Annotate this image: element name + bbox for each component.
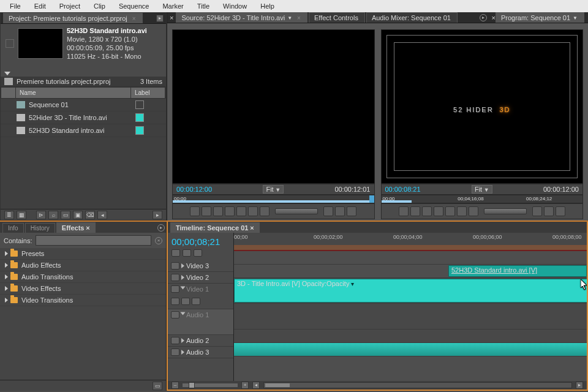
- shuttle-slider[interactable]: [484, 208, 527, 214]
- track-a1[interactable]: [234, 304, 587, 330]
- track-header-a3[interactable]: Audio 3: [168, 347, 233, 358]
- list-item[interactable]: 52Hider 3D - Title Intro.avi: [1, 111, 166, 124]
- panel-menu-icon[interactable]: ▸: [480, 14, 487, 21]
- label-swatch[interactable]: [135, 126, 144, 135]
- tab-effect-controls[interactable]: Effect Controls: [309, 12, 365, 23]
- playhead-icon[interactable]: [369, 195, 374, 203]
- label-swatch[interactable]: [135, 100, 144, 109]
- new-bin-icon[interactable]: ▭: [153, 382, 162, 390]
- toggle-track-icon[interactable]: [171, 285, 179, 293]
- tab-source[interactable]: Source: 52Hider 3D - Title Intro.avi▼×: [176, 12, 307, 23]
- goto-in-icon[interactable]: [422, 206, 432, 216]
- menu-help[interactable]: Help: [254, 1, 281, 11]
- disclosure-icon[interactable]: [181, 312, 186, 315]
- disclosure-icon[interactable]: [181, 263, 184, 268]
- goto-out-icon[interactable]: [260, 206, 270, 216]
- effects-category[interactable]: Audio Transitions: [0, 271, 166, 283]
- menu-title[interactable]: Title: [191, 1, 216, 11]
- program-ruler[interactable]: 00;00 00;04;16;08 00;08;24;12: [381, 195, 584, 203]
- step-back-icon[interactable]: [434, 206, 443, 216]
- goto-out-icon[interactable]: [469, 206, 478, 216]
- track-header-v2[interactable]: Video 2: [168, 272, 233, 284]
- source-timecode-current[interactable]: 00:00:12:00: [176, 186, 212, 193]
- toggle-track-icon[interactable]: [171, 337, 179, 344]
- menu-marker[interactable]: Marker: [156, 1, 189, 11]
- zoom-in-icon[interactable]: +: [241, 382, 249, 389]
- track-header-v1[interactable]: Video 1: [168, 284, 233, 309]
- zoom-slider[interactable]: [183, 383, 238, 387]
- track-v2[interactable]: 52H3D Standard intro.avi [V]: [234, 265, 587, 278]
- list-item[interactable]: 52H3D Standard intro.avi: [1, 124, 166, 137]
- marker-tool-icon[interactable]: [183, 249, 191, 257]
- panel-menu-icon[interactable]: ▸: [156, 15, 164, 22]
- disclosure-icon[interactable]: [181, 338, 184, 343]
- menu-edit[interactable]: Edit: [28, 1, 52, 11]
- col-label[interactable]: Label: [131, 88, 165, 98]
- source-canvas[interactable]: [172, 29, 375, 184]
- icon-view-icon[interactable]: ▦: [17, 211, 26, 219]
- menu-sequence[interactable]: Sequence: [113, 1, 156, 11]
- lift-icon[interactable]: [532, 206, 542, 216]
- col-name[interactable]: Name: [16, 88, 131, 98]
- horizontal-scrollbar[interactable]: [263, 382, 572, 388]
- export-frame-icon[interactable]: [556, 206, 565, 216]
- effects-search-input[interactable]: [36, 235, 151, 246]
- track-opt-icon[interactable]: [181, 298, 190, 305]
- tab-info[interactable]: Info: [2, 223, 24, 233]
- work-area-bar[interactable]: [234, 245, 587, 250]
- list-view-icon[interactable]: ≣: [4, 211, 14, 219]
- project-tab[interactable]: Project: Premiere tutorials project.prpr…: [3, 13, 143, 23]
- track-v1[interactable]: 3D - Title Intro.avi [V] Opacity:Opacity…: [234, 278, 587, 304]
- toggle-track-icon[interactable]: [171, 274, 179, 281]
- loop-icon[interactable]: [323, 206, 333, 216]
- tab-audio-mixer[interactable]: Audio Mixer: Sequence 01: [366, 12, 458, 23]
- timeline-timecode[interactable]: 00;00;08;21: [168, 233, 233, 248]
- track-header-a1[interactable]: Audio 1: [168, 309, 233, 335]
- program-canvas[interactable]: 52 HIDER 3D: [381, 29, 584, 184]
- effects-category[interactable]: Presets: [0, 248, 166, 260]
- label-swatch[interactable]: [135, 113, 144, 122]
- scroll-left-icon[interactable]: ◂: [252, 382, 260, 389]
- track-header-v3[interactable]: Video 3: [168, 260, 233, 272]
- keyframe-icon[interactable]: [171, 298, 179, 305]
- disclosure-icon[interactable]: [181, 350, 184, 355]
- tab-timeline[interactable]: Timeline: Sequence 01 ×: [170, 222, 260, 233]
- scroll-right-icon[interactable]: ▸: [576, 382, 583, 389]
- automate-icon[interactable]: ⊳: [36, 211, 46, 219]
- tab-program[interactable]: Program: Sequence 01▼: [496, 12, 584, 23]
- timeline-clip-audio[interactable]: [234, 343, 587, 356]
- find-icon[interactable]: ⌕: [48, 211, 58, 219]
- source-ruler[interactable]: 00:00: [172, 195, 375, 203]
- timeline-clip[interactable]: 52H3D Standard intro.avi [V]: [448, 265, 587, 277]
- menu-file[interactable]: File: [4, 1, 27, 11]
- menu-window[interactable]: Window: [217, 1, 253, 11]
- toggle-track-icon[interactable]: [171, 262, 179, 270]
- overwrite-icon[interactable]: [347, 206, 356, 216]
- track-a2[interactable]: [234, 330, 587, 343]
- program-timecode-current[interactable]: 00:00:08:21: [385, 186, 421, 193]
- close-icon[interactable]: ×: [170, 14, 173, 21]
- menu-project[interactable]: Project: [53, 1, 86, 11]
- goto-in-icon[interactable]: [213, 206, 223, 216]
- toggle-track-icon[interactable]: [171, 349, 179, 356]
- clear-search-icon[interactable]: ×: [155, 237, 162, 244]
- track-v3[interactable]: [234, 251, 587, 265]
- tool-icon[interactable]: [194, 249, 202, 257]
- close-icon[interactable]: ×: [297, 15, 301, 21]
- snap-icon[interactable]: [172, 249, 180, 257]
- delete-icon[interactable]: ⌫: [85, 211, 95, 219]
- new-bin-icon[interactable]: ▭: [61, 211, 70, 219]
- set-in-icon[interactable]: [399, 206, 409, 216]
- tab-history[interactable]: History: [25, 223, 55, 233]
- zoom-out-icon[interactable]: –: [172, 382, 179, 389]
- new-item-icon[interactable]: ▣: [73, 211, 83, 219]
- timeline-clip[interactable]: 3D - Title Intro.avi [V] Opacity:Opacity…: [234, 279, 587, 303]
- toggle-track-icon[interactable]: [171, 311, 179, 318]
- panel-menu-icon[interactable]: ▸: [157, 224, 165, 232]
- list-item[interactable]: Sequence 01: [1, 99, 166, 111]
- set-out-icon[interactable]: [202, 206, 211, 216]
- fit-dropdown[interactable]: Fit ▼: [263, 185, 284, 194]
- effects-category[interactable]: Video Transitions: [0, 295, 166, 306]
- tab-effects[interactable]: Effects ×: [56, 222, 96, 233]
- extract-icon[interactable]: [544, 206, 554, 216]
